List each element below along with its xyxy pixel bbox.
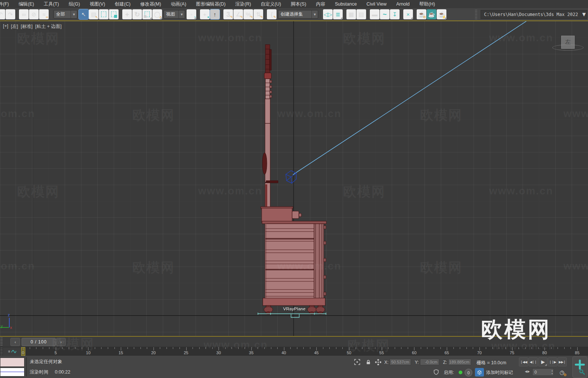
viewcube[interactable]: 左 bbox=[561, 36, 575, 49]
viewport-left-view[interactable]: [+][左][标准][粘土 + 边面] 左 z y x VRayPlane bbox=[0, 20, 588, 337]
key-mode-arrows[interactable]: ◀▶ bbox=[525, 370, 530, 373]
menu-item-3[interactable]: 组(G) bbox=[64, 0, 85, 8]
viewport-menu-general[interactable]: [+] bbox=[3, 23, 8, 30]
spinner-arrows[interactable]: ▴▾ bbox=[552, 369, 553, 375]
ruler-tick bbox=[382, 347, 382, 350]
select-object-icon[interactable]: ↖ bbox=[79, 9, 88, 19]
menu-item-9[interactable]: 渲染(R) bbox=[230, 0, 256, 8]
select-by-name-icon[interactable]: ▤↖ bbox=[89, 9, 98, 19]
use-center-flyout-icon[interactable]: ▫+ bbox=[187, 9, 196, 19]
ruler-tick bbox=[140, 347, 141, 349]
project-folder-path[interactable]: C:\Users\Han\Documents\3ds Max 2022▼ bbox=[481, 10, 587, 19]
security-count-badge[interactable]: 0 bbox=[465, 369, 472, 377]
maxscript-listener-pane[interactable] bbox=[0, 368, 25, 377]
select-and-place-icon[interactable]: ◯↗ bbox=[152, 9, 162, 19]
menu-item-14[interactable]: Civil View bbox=[362, 0, 391, 8]
y-coordinate-field[interactable]: -0.0cm bbox=[420, 359, 439, 365]
select-and-manipulate-icon[interactable]: +● bbox=[200, 9, 210, 19]
mini-curve-editor-button[interactable]: ≡ bbox=[3, 347, 22, 356]
isolate-selection-icon[interactable] bbox=[353, 358, 361, 366]
chevron-down-icon[interactable]: ▼ bbox=[178, 10, 185, 18]
previous-frame-slider-button[interactable]: ‹ bbox=[10, 338, 20, 346]
align-icon[interactable]: ≣ bbox=[333, 9, 343, 19]
rectangular-selection-region-icon[interactable] bbox=[99, 9, 109, 19]
chevron-down-icon[interactable]: ▼ bbox=[71, 10, 77, 18]
play-button[interactable]: ▶ bbox=[538, 357, 547, 366]
select-and-scale-icon[interactable] bbox=[142, 9, 152, 19]
schematic-view-icon[interactable]: ↧ bbox=[390, 9, 400, 19]
time-tag-cube-icon[interactable] bbox=[475, 368, 484, 377]
keyboard-shortcut-override-icon[interactable]: ↑ bbox=[210, 9, 220, 19]
menu-item-10[interactable]: 自定义(U) bbox=[256, 0, 286, 8]
reference-coordinate-dropdown[interactable]: 视图▼ bbox=[164, 10, 185, 19]
add-time-tag-label[interactable]: 添加时间标记 bbox=[486, 369, 513, 376]
x-coordinate-field[interactable]: 50.537cm bbox=[390, 359, 411, 365]
menu-item-5[interactable]: 创建(C) bbox=[110, 0, 135, 8]
select-and-rotate-icon[interactable]: ↻ bbox=[132, 9, 142, 19]
current-frame-field[interactable]: 0 ▴▾ bbox=[532, 368, 554, 376]
ruler-tick bbox=[36, 347, 36, 349]
menu-item-15[interactable]: Arnold bbox=[391, 0, 414, 8]
toggle-ribbon-icon[interactable]: ▬ bbox=[370, 9, 379, 19]
angle-snap-icon[interactable]: ∠↷ bbox=[233, 9, 243, 19]
render-region-toggle-icon[interactable]: × bbox=[403, 9, 413, 19]
percent-snap-icon[interactable]: %↷ bbox=[243, 9, 253, 19]
go-to-end-button[interactable]: ▶▶❘ bbox=[558, 357, 567, 366]
edit-named-selection-sets-icon[interactable]: {✎ bbox=[267, 9, 277, 19]
bind-to-space-warp-icon[interactable]: ≈∞ bbox=[39, 9, 49, 19]
rendered-frame-window-icon[interactable]: ☕ bbox=[427, 9, 436, 19]
selection-filter-dropdown[interactable]: 全部▼ bbox=[54, 10, 77, 19]
undo-icon[interactable]: ↶ bbox=[0, 9, 5, 19]
menu-item-6[interactable]: 修改器(M) bbox=[135, 0, 166, 8]
ruler-tick bbox=[421, 347, 421, 349]
selection-lock-icon[interactable] bbox=[364, 358, 372, 366]
toolbar-grip[interactable] bbox=[475, 10, 477, 19]
next-frame-button[interactable]: ❘❘▶ bbox=[548, 357, 557, 366]
spinner-snap-icon[interactable]: ⇅↷ bbox=[253, 9, 263, 19]
z-coordinate-field[interactable]: 189.885cm bbox=[448, 359, 471, 365]
toggle-scene-explorer-icon[interactable]: ▦ bbox=[346, 9, 356, 19]
pane-splitter[interactable] bbox=[26, 357, 27, 377]
track-bar[interactable]: ≡ 0510152025303540455055606570758085 bbox=[0, 347, 588, 356]
chevron-down-icon[interactable]: ▼ bbox=[311, 10, 318, 18]
menu-item-7[interactable]: 动画(A) bbox=[166, 0, 191, 8]
go-to-start-button[interactable]: ❘◀◀ bbox=[519, 357, 528, 366]
chevron-down-icon[interactable]: ▼ bbox=[581, 11, 587, 18]
menu-item-4[interactable]: 视图(V) bbox=[85, 0, 110, 8]
ruler-tick bbox=[577, 347, 578, 350]
viewport-menu-shading[interactable]: [粘土 + 边面] bbox=[35, 23, 62, 30]
viewport-menu-standard[interactable]: [标准] bbox=[21, 23, 33, 30]
named-selection-sets-dropdown[interactable]: 创建选择集▼ bbox=[278, 10, 318, 19]
menu-item-0[interactable]: 文件(F) bbox=[0, 0, 14, 8]
menu-item-12[interactable]: 内容 bbox=[311, 0, 330, 8]
select-and-move-icon[interactable]: + bbox=[122, 9, 132, 19]
window-crossing-toggle-icon[interactable] bbox=[109, 9, 119, 19]
redo-icon[interactable]: ↷ bbox=[6, 9, 15, 19]
render-setup-icon[interactable]: ☕⚙ bbox=[417, 9, 426, 19]
menu-item-8[interactable]: 图形编辑器(D) bbox=[191, 0, 230, 8]
viewport-menu-pov[interactable]: [左] bbox=[11, 23, 18, 30]
toggle-layer-explorer-icon[interactable]: ▤ bbox=[356, 9, 366, 19]
absolute-mode-transform-icon[interactable] bbox=[374, 358, 382, 366]
render-production-icon[interactable]: ☕⚡ bbox=[437, 9, 446, 19]
macro-recorder-pane[interactable] bbox=[0, 358, 25, 367]
menu-item-11[interactable]: 脚本(S) bbox=[286, 0, 311, 8]
select-and-link-icon[interactable]: ∞ bbox=[19, 9, 29, 19]
unlink-selection-icon[interactable]: ⊘ bbox=[29, 9, 39, 19]
toolbar-grip[interactable] bbox=[0, 348, 3, 355]
previous-frame-button[interactable]: ◀❘❘ bbox=[529, 357, 538, 366]
set-key-button[interactable] bbox=[572, 356, 587, 378]
curve-editor-icon[interactable]: ~ bbox=[380, 9, 390, 19]
mirror-icon[interactable]: ◁▷ bbox=[323, 9, 333, 19]
time-configuration-icon[interactable]: ◷⚙ bbox=[558, 368, 566, 377]
menu-item-2[interactable]: 工具(T) bbox=[39, 0, 64, 8]
time-slider-handle[interactable]: 0 / 100 bbox=[22, 338, 56, 346]
adaptive-degradation-shield-icon[interactable] bbox=[432, 368, 440, 376]
menu-item-1[interactable]: 编辑(E) bbox=[14, 0, 39, 8]
menu-item-13[interactable]: Substance bbox=[330, 0, 362, 8]
toolbar-grip[interactable] bbox=[0, 337, 3, 346]
rectangular-selection-region-shape bbox=[101, 12, 106, 17]
menu-item-16[interactable]: 帮助(H) bbox=[414, 0, 440, 8]
next-frame-slider-button[interactable]: › bbox=[56, 338, 66, 346]
snap-toggle-3d-icon[interactable]: 3↷ bbox=[223, 9, 233, 19]
